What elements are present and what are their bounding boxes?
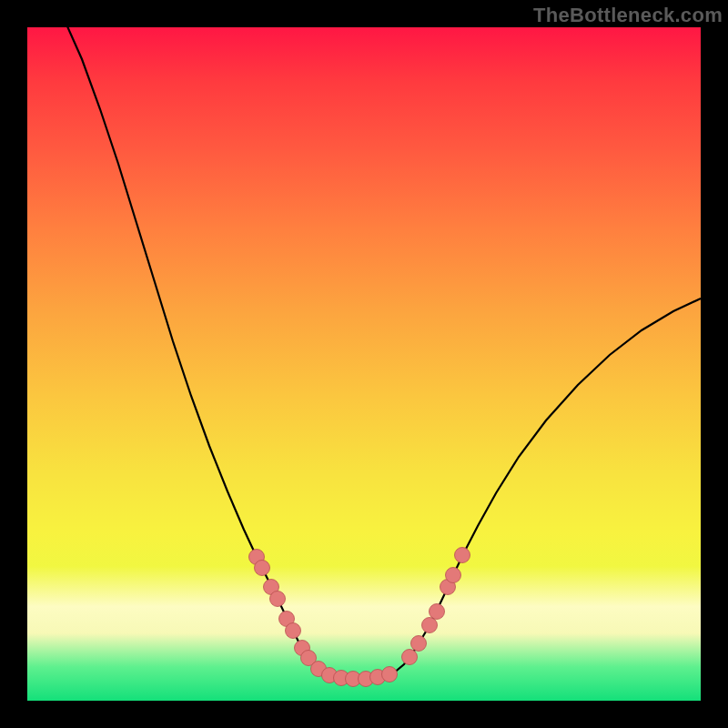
chart-gradient-background — [27, 27, 701, 701]
watermark-text: TheBottleneck.com — [533, 4, 723, 27]
chart-frame: TheBottleneck.com — [0, 0, 728, 728]
